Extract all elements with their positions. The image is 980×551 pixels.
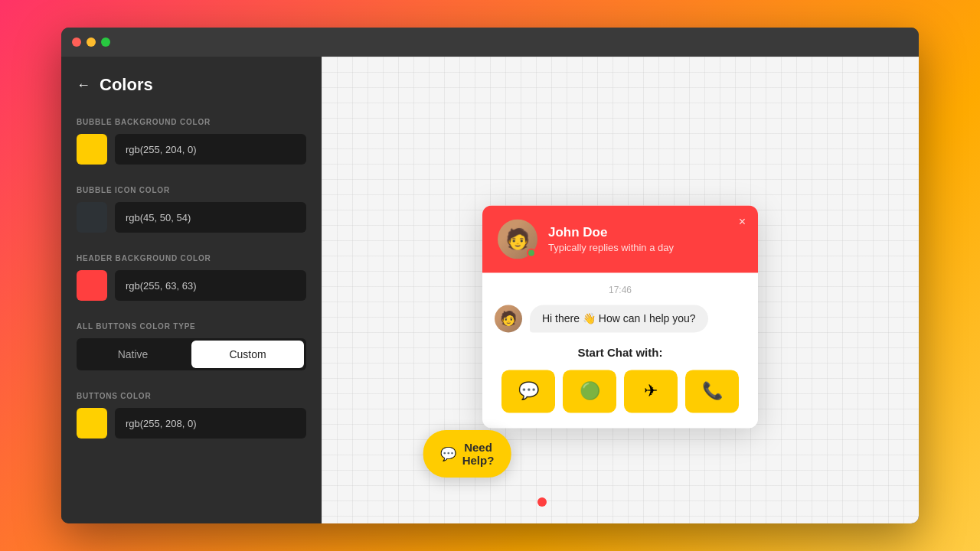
bubble-icon-label: BUBBLE ICON COLOR	[77, 186, 306, 194]
chat-header: 🧑 John Doe Typically replies within a da…	[482, 205, 758, 272]
bubble-bg-label: BUBBLE BACKGROUND COLOR	[77, 118, 306, 126]
start-chat-label: Start Chat with:	[495, 346, 746, 359]
phone-icon: 📞	[702, 381, 723, 401]
buttons-color-section: BUTTONS COLOR	[77, 392, 306, 439]
messenger-icon: 💬	[518, 381, 539, 401]
close-traffic-light[interactable]	[72, 37, 81, 47]
main-window: ← Colors BUBBLE BACKGROUND COLOR BUBBLE …	[61, 28, 919, 523]
chat-header-info: John Doe Typically replies within a day	[548, 225, 674, 253]
chat-status: Typically replies within a day	[548, 242, 674, 253]
whatsapp-button[interactable]: 🟢	[563, 370, 616, 412]
bubble-bg-swatch[interactable]	[77, 134, 107, 165]
buttons-color-row	[77, 408, 306, 439]
title-bar	[61, 28, 919, 57]
buttons-type-label: ALL BUTTONS COLOR TYPE	[77, 322, 306, 331]
minimize-traffic-light[interactable]	[87, 37, 96, 47]
message-avatar: 🧑	[495, 305, 522, 332]
chat-timestamp: 17:46	[495, 285, 746, 295]
maximize-traffic-light[interactable]	[101, 37, 110, 47]
bubble-bg-input[interactable]	[115, 134, 306, 165]
bubble-bg-row	[77, 134, 306, 165]
chat-name: John Doe	[548, 225, 674, 240]
close-icon[interactable]: ×	[739, 216, 746, 228]
bubble-bg-section: BUBBLE BACKGROUND COLOR	[77, 118, 306, 165]
left-panel: ← Colors BUBBLE BACKGROUND COLOR BUBBLE …	[61, 57, 322, 523]
buttons-color-swatch[interactable]	[77, 408, 107, 439]
whatsapp-icon: 🟢	[580, 381, 600, 401]
native-toggle[interactable]: Native	[77, 338, 189, 370]
bubble-label: Need Help?	[462, 441, 495, 467]
toggle-group: Native Custom	[77, 338, 306, 370]
header-bg-section: HEADER BACKGROUND COLOR	[77, 254, 306, 301]
notification-dot	[537, 497, 547, 507]
header-bg-input[interactable]	[115, 270, 306, 301]
panel-header: ← Colors	[77, 75, 306, 95]
chat-widget: 🧑 John Doe Typically replies within a da…	[482, 205, 758, 428]
avatar-wrap: 🧑	[498, 219, 537, 259]
bubble-chat-icon: 💬	[440, 446, 456, 462]
bubble-icon-section: BUBBLE ICON COLOR	[77, 186, 306, 233]
need-help-button[interactable]: 💬 Need Help?	[423, 430, 511, 478]
telegram-button[interactable]: ✈	[624, 370, 678, 412]
custom-toggle[interactable]: Custom	[191, 341, 304, 368]
right-panel: 🧑 John Doe Typically replies within a da…	[322, 57, 919, 523]
page-title: Colors	[100, 75, 153, 95]
online-indicator	[527, 248, 536, 257]
buttons-type-section: ALL BUTTONS COLOR TYPE Native Custom	[77, 322, 306, 370]
bubble-icon-swatch[interactable]	[77, 202, 107, 233]
back-button[interactable]: ←	[77, 77, 90, 93]
message-bubble: Hi there 👋 How can I help you?	[530, 305, 708, 332]
message-row: 🧑 Hi there 👋 How can I help you?	[495, 305, 746, 332]
phone-button[interactable]: 📞	[685, 370, 739, 412]
header-bg-row	[77, 270, 306, 301]
bubble-icon-row	[77, 202, 306, 233]
telegram-icon: ✈	[644, 381, 658, 401]
header-bg-swatch[interactable]	[77, 270, 107, 301]
window-body: ← Colors BUBBLE BACKGROUND COLOR BUBBLE …	[61, 57, 919, 523]
header-bg-label: HEADER BACKGROUND COLOR	[77, 254, 306, 262]
bubble-icon-input[interactable]	[115, 202, 306, 233]
chat-popup: 🧑 John Doe Typically replies within a da…	[482, 205, 758, 428]
buttons-color-label: BUTTONS COLOR	[77, 392, 306, 400]
buttons-color-input[interactable]	[115, 408, 306, 439]
chat-body: 17:46 🧑 Hi there 👋 How can I help you? S…	[482, 272, 758, 428]
traffic-lights	[72, 37, 110, 47]
chat-buttons: 💬 🟢 ✈ 📞	[495, 370, 746, 412]
messenger-button[interactable]: 💬	[501, 370, 555, 412]
